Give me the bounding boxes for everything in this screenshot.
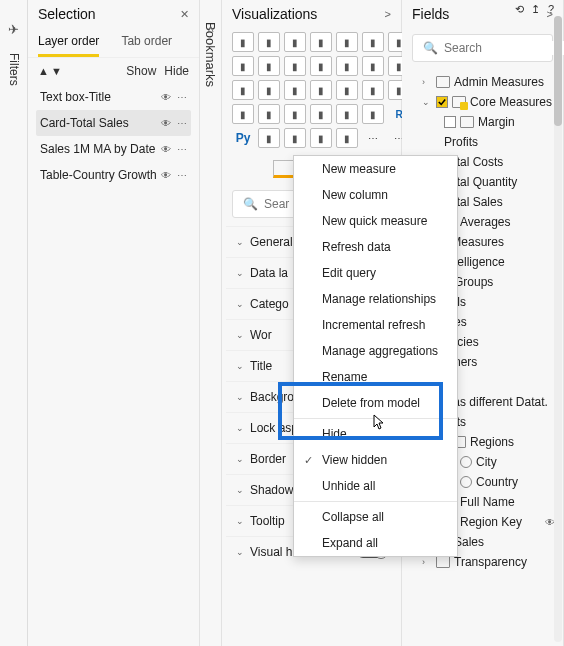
tab-layer-order[interactable]: Layer order	[38, 28, 99, 57]
move-up-icon[interactable]: ▲	[38, 65, 49, 77]
viz-map[interactable]: ▮	[310, 80, 332, 100]
close-icon[interactable]: ✕	[180, 8, 189, 21]
viz-clustered-bar[interactable]: ▮	[258, 32, 280, 52]
viz-stacked-bar[interactable]: ▮	[232, 32, 254, 52]
up-icon[interactable]: ↥	[528, 2, 542, 16]
menu-manage-aggregations[interactable]: Manage aggregations	[294, 338, 457, 364]
search-icon: 🔍	[243, 197, 258, 211]
viz-table[interactable]: ▮	[336, 104, 358, 124]
tree-label: Country	[476, 475, 555, 489]
viz-matrix[interactable]: ▮	[362, 104, 384, 124]
viz-stacked-area[interactable]: ▮	[258, 56, 280, 76]
viz-python-visual[interactable]: Py	[232, 128, 254, 148]
layer-item[interactable]: Sales 1M MA by Date👁⋯	[36, 136, 191, 162]
menu-refresh-data[interactable]: Refresh data	[294, 234, 457, 260]
eye-icon[interactable]: 👁	[161, 170, 171, 181]
menu-expand-all[interactable]: Expand all	[294, 530, 457, 556]
tree-label: ucts	[444, 415, 555, 429]
fields-search-input[interactable]	[444, 41, 564, 55]
field-row[interactable]: Profits	[408, 132, 557, 152]
tree-label: g Groups	[444, 275, 555, 289]
checkbox[interactable]	[436, 96, 448, 108]
viz-decomposition[interactable]: ▮	[284, 128, 306, 148]
eye-icon[interactable]: 👁	[161, 118, 171, 129]
viz-tab-fields[interactable]	[273, 160, 295, 178]
menu-new-column[interactable]: New column	[294, 182, 457, 208]
expand-icon[interactable]: ⌄	[422, 97, 432, 107]
viz-stacked-100[interactable]: ▮	[336, 32, 358, 52]
menu-incremental-refresh[interactable]: Incremental refresh	[294, 312, 457, 338]
viz-area[interactable]: ▮	[232, 56, 254, 76]
more-icon[interactable]: ⋯	[177, 92, 187, 103]
refresh-icon[interactable]: ⟲	[512, 2, 526, 16]
table-row[interactable]: ›Admin Measures	[408, 72, 557, 92]
chevron-down-icon: ⌄	[236, 547, 244, 557]
viz-ribbon[interactable]: ▮	[336, 56, 358, 76]
menu-new-measure[interactable]: New measure	[294, 156, 457, 182]
menu-delete-from-model[interactable]: Delete from model	[294, 390, 457, 416]
scroll-thumb[interactable]	[554, 16, 562, 126]
viz-waterfall[interactable]: ▮	[362, 56, 384, 76]
eye-icon[interactable]: 👁	[161, 92, 171, 103]
more-icon[interactable]: ⋯	[177, 144, 187, 155]
chevron-down-icon: ⌄	[236, 516, 244, 526]
tree-label: Transparency	[454, 555, 555, 569]
tab-tab-order[interactable]: Tab order	[121, 28, 172, 57]
expand-viz-icon[interactable]: >	[385, 8, 391, 20]
move-down-icon[interactable]: ▼	[51, 65, 62, 77]
expand-icon[interactable]: ›	[422, 557, 432, 567]
viz-pie[interactable]: ▮	[232, 80, 254, 100]
menu-view-hidden[interactable]: View hidden	[294, 447, 457, 473]
table-icon	[460, 116, 474, 128]
viz-key-influencers[interactable]: ▮	[258, 128, 280, 148]
viz-line-col2[interactable]: ▮	[310, 56, 332, 76]
menu-edit-query[interactable]: Edit query	[294, 260, 457, 286]
tree-label: Sales	[454, 535, 555, 549]
vertical-scrollbar[interactable]	[554, 16, 562, 642]
menu-hide[interactable]: Hide	[294, 421, 457, 447]
fields-search[interactable]: 🔍	[412, 34, 553, 62]
viz-kpi[interactable]: ▮	[284, 104, 306, 124]
viz-qna[interactable]: ▮	[310, 128, 332, 148]
viz-card[interactable]: ▮	[232, 104, 254, 124]
chevron-down-icon: ⌄	[236, 237, 244, 247]
expand-icon[interactable]: ›	[422, 77, 432, 87]
viz-slicer[interactable]: ▮	[310, 104, 332, 124]
menu-unhide-all[interactable]: Unhide all	[294, 473, 457, 499]
tree-label: Region Key	[460, 515, 541, 529]
menu-rename[interactable]: Rename	[294, 364, 457, 390]
viz-treemap[interactable]: ▮	[284, 80, 306, 100]
layer-item[interactable]: Card-Total Sales👁⋯	[36, 110, 191, 136]
more-icon[interactable]: ⋯	[177, 118, 187, 129]
viz-funnel[interactable]: ▮	[362, 80, 384, 100]
table-row[interactable]: ⌄Core Measures	[408, 92, 557, 112]
table-context-menu[interactable]: New measureNew columnNew quick measureRe…	[293, 155, 458, 557]
layer-item[interactable]: Text box-Title👁⋯	[36, 84, 191, 110]
viz-filled-map[interactable]: ▮	[336, 80, 358, 100]
help-icon[interactable]: ?	[544, 2, 558, 16]
show-layer-button[interactable]: Show	[126, 64, 156, 78]
viz-clustered-col[interactable]: ▮	[310, 32, 332, 52]
tree-label: s as different Datat.	[444, 395, 555, 409]
menu-new-quick-measure[interactable]: New quick measure	[294, 208, 457, 234]
send-icon[interactable]: ✈	[8, 22, 19, 37]
viz-stacked-col[interactable]: ▮	[284, 32, 306, 52]
viz-paginated[interactable]: ▮	[336, 128, 358, 148]
more-icon[interactable]: ⋯	[177, 170, 187, 181]
eye-icon[interactable]: 👁	[161, 144, 171, 155]
filters-tab-label[interactable]: Filters	[7, 47, 21, 86]
menu-manage-relationships[interactable]: Manage relationships	[294, 286, 457, 312]
viz-clustered-100[interactable]: ▮	[362, 32, 384, 52]
tree-label: Total Sales	[444, 195, 555, 209]
viz-multi-card[interactable]: ▮	[258, 104, 280, 124]
viz-goals[interactable]: ⋯	[362, 128, 384, 148]
viz-donut[interactable]: ▮	[258, 80, 280, 100]
layer-item[interactable]: Table-Country Growth👁⋯	[36, 162, 191, 188]
tree-label: Margin	[478, 115, 555, 129]
field-row[interactable]: Margin	[408, 112, 557, 132]
menu-collapse-all[interactable]: Collapse all	[294, 504, 457, 530]
checkbox[interactable]	[444, 116, 456, 128]
viz-line-col[interactable]: ▮	[284, 56, 306, 76]
bookmarks-tab[interactable]: < Bookmarks	[200, 0, 222, 646]
hide-layer-button[interactable]: Hide	[164, 64, 189, 78]
